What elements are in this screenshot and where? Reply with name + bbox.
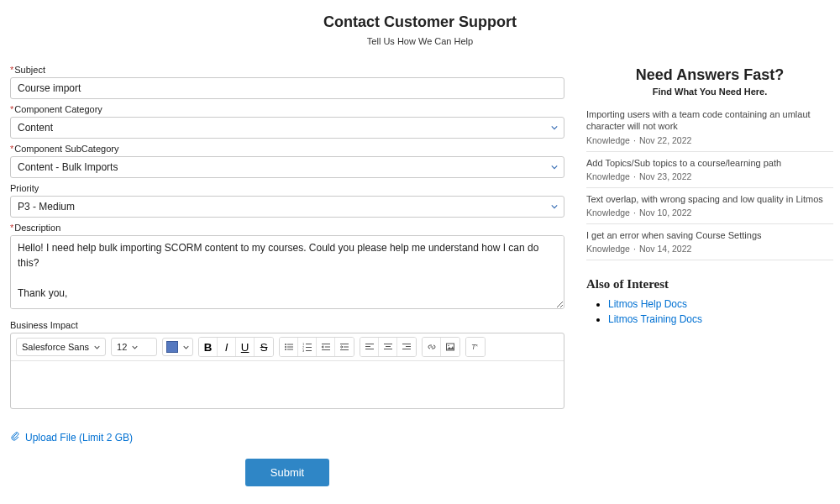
subject-input[interactable]	[10, 77, 564, 99]
interest-link-item: Litmos Help Docs	[608, 297, 833, 312]
subcategory-select[interactable]: Content - Bulk Imports	[10, 156, 564, 178]
svg-rect-21	[384, 344, 392, 344]
kb-item-meta: Knowledge·Nov 10, 2022	[586, 207, 833, 218]
svg-rect-1	[287, 344, 293, 345]
kb-item-meta: Knowledge·Nov 14, 2022	[586, 244, 833, 254]
impact-label: Business Impact	[10, 320, 564, 330]
svg-rect-20	[365, 349, 374, 349]
kb-item-title: Add Topics/Sub topics to a course/learni…	[586, 157, 833, 169]
interest-link[interactable]: Litmos Training Docs	[608, 313, 702, 325]
svg-rect-14	[322, 349, 330, 350]
svg-rect-19	[365, 346, 370, 347]
svg-rect-7	[306, 344, 312, 344]
priority-select[interactable]: P3 - Medium	[10, 196, 564, 218]
link-button[interactable]	[423, 338, 441, 356]
kb-item-title: Text overlap, with wrong spacing and low…	[586, 193, 833, 205]
align-right-button[interactable]	[397, 338, 416, 356]
kb-item-meta: Knowledge·Nov 22, 2022	[586, 135, 833, 145]
strike-button[interactable]: S	[255, 338, 273, 356]
kb-item[interactable]: Add Topics/Sub topics to a course/learni…	[586, 152, 833, 188]
interest-link[interactable]: Litmos Help Docs	[608, 298, 687, 310]
image-button[interactable]	[441, 338, 459, 356]
category-label: *Component Category	[10, 104, 564, 114]
submit-button[interactable]: Submit	[245, 459, 329, 486]
align-center-button[interactable]	[379, 338, 397, 356]
kb-item[interactable]: Importing users with a team code contain…	[586, 108, 833, 152]
svg-text:×: ×	[475, 343, 478, 348]
priority-label: Priority	[10, 183, 564, 193]
svg-rect-9	[306, 347, 312, 348]
category-select[interactable]: Content	[10, 117, 564, 139]
text-color-select[interactable]	[162, 338, 193, 356]
svg-rect-24	[402, 344, 411, 344]
svg-point-2	[285, 346, 286, 348]
svg-rect-22	[386, 346, 391, 347]
svg-rect-18	[365, 344, 374, 344]
font-family-select[interactable]: Salesforce Sans	[16, 338, 106, 356]
bullet-list-button[interactable]	[280, 338, 298, 356]
indent-button[interactable]	[335, 338, 354, 356]
svg-text:3: 3	[302, 349, 305, 352]
page-subtitle: Tell Us How We Can Help	[0, 36, 840, 46]
color-swatch-icon	[166, 341, 178, 353]
subcategory-label: *Component SubCategory	[10, 144, 564, 154]
attachment-icon	[10, 431, 20, 444]
impact-body[interactable]	[11, 361, 564, 408]
impact-editor[interactable]: Salesforce Sans 12 B I U S 123	[10, 333, 564, 409]
clear-format-button[interactable]: T×	[466, 338, 485, 356]
number-list-button[interactable]: 123	[298, 338, 317, 356]
kb-item-meta: Knowledge·Nov 23, 2022	[586, 171, 833, 181]
sidebar-title: Need Answers Fast?	[586, 66, 833, 84]
svg-point-4	[285, 349, 286, 350]
svg-point-0	[285, 344, 286, 345]
svg-rect-15	[340, 344, 349, 344]
svg-rect-17	[340, 349, 349, 350]
description-textarea[interactable]: Hello! I need help bulk importing SCORM …	[10, 235, 564, 309]
upload-file-link[interactable]: Upload File (Limit 2 GB)	[10, 431, 133, 444]
underline-button[interactable]: U	[236, 338, 255, 356]
italic-button[interactable]: I	[218, 338, 236, 356]
kb-item-title: Importing users with a team code contain…	[586, 108, 833, 133]
svg-rect-23	[384, 349, 392, 349]
interest-title: Also of Interest	[586, 277, 833, 291]
align-left-button[interactable]	[360, 338, 379, 356]
sidebar-subtitle: Find What You Need Here.	[586, 87, 833, 97]
kb-item[interactable]: I get an error when saving Course Settin…	[586, 224, 833, 260]
svg-rect-25	[406, 346, 411, 347]
description-label: *Description	[10, 223, 564, 233]
svg-point-28	[448, 345, 449, 347]
svg-rect-13	[325, 347, 330, 348]
page-title: Contact Customer Support	[0, 13, 840, 31]
svg-rect-3	[287, 347, 293, 348]
bold-button[interactable]: B	[199, 338, 218, 356]
interest-link-item: Litmos Training Docs	[608, 312, 833, 327]
svg-rect-26	[402, 349, 411, 349]
svg-rect-16	[344, 347, 349, 348]
subject-label: *Subject	[10, 65, 564, 75]
kb-item-title: I get an error when saving Course Settin…	[586, 229, 833, 241]
outdent-button[interactable]	[317, 338, 335, 356]
svg-rect-5	[287, 349, 293, 350]
svg-rect-11	[306, 350, 312, 351]
svg-rect-12	[322, 344, 330, 344]
font-size-select[interactable]: 12	[111, 338, 157, 356]
kb-item[interactable]: Text overlap, with wrong spacing and low…	[586, 188, 833, 224]
